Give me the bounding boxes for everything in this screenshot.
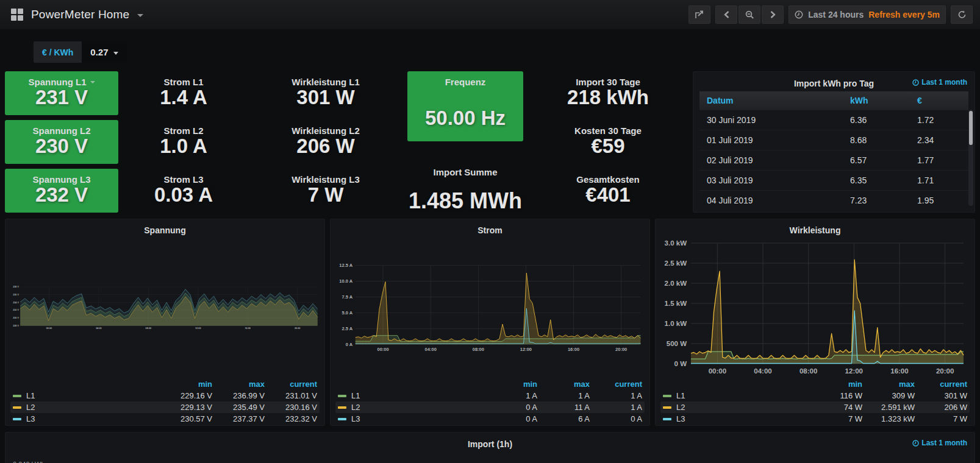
time-picker-button[interactable]: Last 24 hours Refresh every 5m xyxy=(789,5,946,24)
panel-time-override-link[interactable]: Last 1 month xyxy=(912,439,967,447)
table-scrollbar[interactable] xyxy=(968,110,973,206)
legend-header-row: minmaxcurrent xyxy=(10,378,320,390)
legend-header-max[interactable]: max xyxy=(537,380,590,389)
column-header-kwh[interactable]: kWh xyxy=(843,91,910,110)
svg-text:232 V: 232 V xyxy=(13,309,19,311)
clock-icon xyxy=(912,440,919,447)
legend-series-row-l2[interactable]: L2229.13 V235.49 V230.16 V xyxy=(10,401,320,413)
stat-panel-import-summe[interactable]: Import Summe 1.485 MWh xyxy=(407,158,523,213)
template-variable-kwh-price[interactable]: € / KWh 0.27 xyxy=(34,41,127,63)
svg-text:04:00: 04:00 xyxy=(425,347,437,352)
legend-header-row: minmaxcurrent xyxy=(335,378,645,390)
legend-series-row-l3[interactable]: L3230.57 V237.37 V232.32 V xyxy=(10,413,320,425)
panel-title[interactable]: Import kWh pro Tag xyxy=(794,79,874,88)
series-color-icon[interactable] xyxy=(663,395,671,397)
legend-header-current[interactable]: current xyxy=(590,380,642,389)
chevron-left-icon xyxy=(724,11,729,18)
legend-header-min[interactable]: min xyxy=(485,380,537,389)
series-name: L2 xyxy=(676,403,810,412)
svg-text:16:00: 16:00 xyxy=(245,327,250,330)
column-header-datum[interactable]: Datum xyxy=(699,91,843,110)
stat-panel-spannung-l1[interactable]: Spannung L1 231 V xyxy=(5,71,118,115)
svg-text:12:00: 12:00 xyxy=(845,367,863,375)
cell-datum: 30 Juni 2019 xyxy=(699,110,843,130)
legend-header-min[interactable]: min xyxy=(160,380,212,389)
svg-text:00:00: 00:00 xyxy=(46,327,52,330)
dashboard-title-caret-icon[interactable] xyxy=(137,14,143,17)
column-frequenz: Frequenz 50.00 Hz Import Summe 1.485 MWh xyxy=(407,71,523,213)
legend-value: 230.57 V xyxy=(160,414,212,423)
legend-header-max[interactable]: max xyxy=(862,380,915,389)
column-wirkleistung: Wirkleistung L1 301 W Wirkleistung L2 20… xyxy=(249,71,402,213)
series-color-icon[interactable] xyxy=(338,418,346,420)
cell-eur: 2.34 xyxy=(910,130,968,150)
svg-text:2.0 kW: 2.0 kW xyxy=(665,280,687,287)
legend-header-current[interactable]: current xyxy=(265,380,317,389)
variable-label: € / KWh xyxy=(34,41,82,63)
legend-series-row-l2[interactable]: L274 W2.591 kW206 W xyxy=(660,401,970,413)
stat-panel-frequenz[interactable]: Frequenz 50.00 Hz xyxy=(407,71,523,141)
legend-header-max[interactable]: max xyxy=(212,380,265,389)
legend-header-current[interactable]: current xyxy=(915,380,967,389)
panel-menu-caret-icon[interactable] xyxy=(90,81,95,83)
series-color-icon[interactable] xyxy=(13,406,21,409)
legend-series-row-l3[interactable]: L30 A6 A0 A xyxy=(335,413,645,425)
stat-panel-kosten-30-tage[interactable]: Kosten 30 Tage €59 xyxy=(528,120,688,164)
stat-panel-spannung-l3[interactable]: Spannung L3 232 V xyxy=(5,169,118,213)
panel-time-override-link[interactable]: Last 1 month xyxy=(912,78,967,87)
series-color-icon[interactable] xyxy=(338,406,346,409)
legend-series-row-l1[interactable]: L1229.16 V236.99 V231.01 V xyxy=(10,390,320,401)
legend-value: 0 A xyxy=(485,403,537,412)
time-back-button[interactable] xyxy=(715,5,737,24)
series-name: L3 xyxy=(26,414,160,423)
legend-series-row-l1[interactable]: L11 A1 A1 A xyxy=(335,390,645,401)
stat-panel-strom-l2[interactable]: Strom L2 1.0 A xyxy=(123,120,244,164)
legend-series-row-l2[interactable]: L20 A11 A1 A xyxy=(335,401,645,413)
panel-title[interactable]: Strom xyxy=(477,225,502,235)
panel-title[interactable]: Wirkleistung xyxy=(790,225,841,235)
stat-panel-strom-l1[interactable]: Strom L1 1.4 A xyxy=(123,71,244,115)
series-name: L2 xyxy=(26,403,160,412)
series-color-icon[interactable] xyxy=(663,406,671,409)
stat-panel-strom-l3[interactable]: Strom L3 0.03 A xyxy=(123,169,244,213)
stat-panel-wirkleistung-l1[interactable]: Wirkleistung L1 301 W xyxy=(249,71,402,115)
refresh-button[interactable] xyxy=(951,5,973,24)
svg-text:20:00: 20:00 xyxy=(295,327,300,330)
series-color-icon[interactable] xyxy=(338,395,346,397)
stat-panel-wirkleistung-l3[interactable]: Wirkleistung L3 7 W xyxy=(249,169,402,213)
svg-text:2.5 kW: 2.5 kW xyxy=(665,260,687,267)
chart-plot-area[interactable]: 228 V230 V232 V234 V236 V238 V00:0004:00… xyxy=(10,238,320,377)
chart-plot-area[interactable]: 0 W500 W1.0 kW1.5 kW2.0 kW2.5 kW3.0 kW00… xyxy=(660,238,970,377)
graph-panel-wirkleistung: Wirkleistung0 W500 W1.0 kW1.5 kW2.0 kW2.… xyxy=(655,219,975,426)
panel-title[interactable]: Spannung xyxy=(144,225,185,235)
panel-title[interactable]: Import (1h) xyxy=(468,439,512,449)
table-row: 04 Juli 20197.231.95 xyxy=(699,191,968,211)
zoom-out-button[interactable] xyxy=(739,5,760,24)
series-color-icon[interactable] xyxy=(13,418,21,420)
legend-series-row-l1[interactable]: L1116 W309 W301 W xyxy=(660,390,970,401)
series-color-icon[interactable] xyxy=(13,395,21,397)
column-spannung: Spannung L1 231 V Spannung L2 230 V Span… xyxy=(5,71,118,213)
series-color-icon[interactable] xyxy=(663,418,671,420)
variable-value-dropdown[interactable]: 0.27 xyxy=(82,41,126,63)
table-scrollbar-thumb[interactable] xyxy=(969,111,973,145)
column-header-eur[interactable]: € xyxy=(910,91,968,110)
share-button[interactable] xyxy=(689,5,710,24)
stat-panel-gesamtkosten[interactable]: Gesamtkosten €401 xyxy=(528,169,688,213)
legend-value: 231.01 V xyxy=(265,391,317,400)
legend-value: 0 A xyxy=(590,414,642,423)
dashboards-grid-icon[interactable] xyxy=(11,9,23,21)
table-row: 03 Juli 20196.351.71 xyxy=(699,171,968,191)
legend-value: 11 A xyxy=(537,403,590,412)
time-forward-button[interactable] xyxy=(762,5,784,24)
svg-text:08:00: 08:00 xyxy=(473,347,484,352)
legend-series-row-l3[interactable]: L37 W1.323 kW7 W xyxy=(660,413,970,425)
svg-text:12.5 A: 12.5 A xyxy=(339,263,352,268)
stat-panel-import-30-tage[interactable]: Import 30 Tage 218 kWh xyxy=(528,71,688,115)
svg-text:230 V: 230 V xyxy=(13,317,19,319)
dashboard-title[interactable]: PowerMeter Home xyxy=(31,8,129,21)
stat-panel-spannung-l2[interactable]: Spannung L2 230 V xyxy=(5,120,118,164)
stat-panel-wirkleistung-l2[interactable]: Wirkleistung L2 206 W xyxy=(249,120,402,164)
chart-plot-area[interactable]: 0 A2.5 A5.0 A7.5 A10.0 A12.5 A00:0004:00… xyxy=(335,238,645,377)
legend-header-min[interactable]: min xyxy=(810,380,862,389)
